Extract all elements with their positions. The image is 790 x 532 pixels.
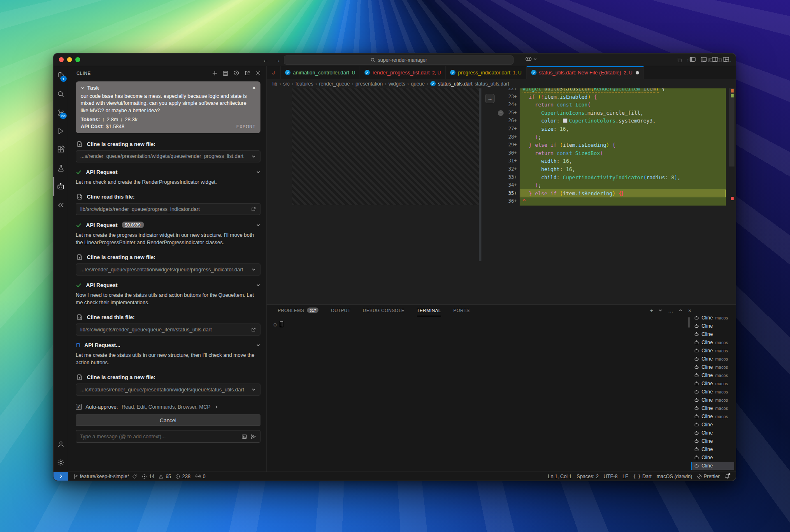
terminal-instance-row[interactable]: Cline macos — [691, 355, 734, 363]
terminal-instance-row[interactable]: Cline macos — [691, 404, 734, 412]
file-path-box[interactable]: lib/src/widgets/render_queue/queue_item/… — [76, 324, 260, 335]
editor-tab[interactable]: render_progress_list.dart 2, U — [360, 66, 446, 79]
cursor-position-status[interactable]: Ln 1, Col 1 — [545, 474, 574, 479]
auto-approve-checkbox[interactable]: ✓ — [76, 404, 82, 410]
open-external-icon[interactable] — [251, 207, 256, 212]
settings-gear-icon[interactable] — [255, 70, 261, 76]
terminal-list-scrollbar[interactable] — [688, 317, 690, 328]
code-line[interactable]: 36+ ^ — [497, 197, 726, 206]
code-line[interactable]: 27+ size: 16, — [497, 125, 726, 133]
mcp-servers-icon[interactable] — [223, 70, 228, 76]
maximize-panel-icon[interactable] — [678, 308, 683, 312]
close-task-icon[interactable]: × — [252, 85, 256, 91]
code-line[interactable]: 32+ height: 16, — [497, 165, 726, 173]
panel-tab[interactable]: OUTPUT — [331, 305, 351, 316]
more-actions-icon[interactable]: … — [727, 57, 732, 63]
encoding-status[interactable]: UTF-8 — [601, 474, 620, 479]
sidebar-item-search[interactable] — [53, 85, 68, 103]
settings-button[interactable] — [53, 453, 68, 472]
problems-status[interactable]: 14 65 238 — [139, 472, 193, 481]
copilot-menu[interactable] — [525, 56, 537, 62]
more-actions-icon[interactable]: … — [668, 308, 673, 314]
map-icon[interactable] — [708, 58, 713, 62]
next-diff-button[interactable]: → — [485, 94, 495, 103]
terminal-instance-row[interactable]: Cline macos — [691, 379, 734, 388]
code-line[interactable]: 22+ Widget buildStatusIcon(RenderQueueIt… — [497, 88, 726, 93]
code-line[interactable]: 30+ return const SizedBox( — [497, 149, 726, 157]
sidebar-item-explorer[interactable]: 1 — [53, 66, 68, 85]
terminal-instance-row[interactable]: Cline — [691, 437, 734, 445]
terminal-dropdown-icon[interactable] — [658, 308, 662, 312]
indentation-status[interactable]: Spaces: 2 — [574, 474, 601, 479]
code-line[interactable]: 23+ if (!item.isEnabled) { — [497, 93, 726, 101]
terminal-instance-row[interactable]: Cline macos — [691, 396, 734, 404]
code-line[interactable]: 29+ } else if (item.isLoading) { — [497, 141, 726, 149]
formatter-status[interactable]: Prettier — [695, 474, 722, 479]
file-path-box[interactable]: ...rc/features/render_queue/presentation… — [76, 384, 260, 396]
ports-status[interactable]: 0 — [193, 472, 208, 481]
chevron-down-icon[interactable] — [256, 343, 260, 347]
minimize-window-button[interactable] — [67, 57, 72, 62]
overview-ruler[interactable] — [729, 88, 734, 304]
breadcrumb-item[interactable]: presentation — [356, 81, 383, 87]
prev-change-icon[interactable]: ↑ — [687, 57, 689, 63]
git-branch-status[interactable]: feature/keep-it-simple* — [71, 472, 139, 481]
new-task-icon[interactable] — [212, 70, 218, 76]
diff-scrollbar[interactable] — [479, 88, 481, 261]
code-line[interactable]: 31+ width: 16, — [497, 157, 726, 165]
panel-tab[interactable]: PORTS — [453, 305, 470, 316]
terminal-instance-row[interactable]: Cline — [691, 445, 734, 453]
file-path-box[interactable]: lib/src/widgets/render_queue/progress_in… — [76, 203, 260, 215]
panel-tab[interactable]: DEBUG CONSOLE — [363, 305, 404, 316]
sidebar-item-run-debug[interactable] — [53, 122, 68, 140]
modified-dot-icon[interactable] — [636, 71, 639, 74]
editor-tab[interactable]: animation_controller.dart U — [281, 66, 360, 79]
terminal-instance-row[interactable]: Cline — [691, 330, 734, 338]
code-line[interactable]: 28+ ); — [497, 133, 726, 141]
terminal-instance-row[interactable]: Cline macos — [691, 388, 734, 396]
send-icon[interactable] — [251, 434, 256, 439]
terminal-instance-row[interactable]: Cline — [691, 453, 734, 462]
api-request-section[interactable]: API Request Let me check and create the … — [76, 169, 260, 190]
zoom-window-button[interactable] — [75, 57, 80, 62]
copy-icon[interactable] — [677, 58, 682, 62]
breadcrumb-item[interactable]: widgets — [388, 81, 405, 87]
nav-back-button[interactable]: ← — [263, 56, 269, 63]
code-line[interactable]: 24+ return const Icon( — [497, 101, 726, 109]
message-input[interactable]: Type a message (@ to add context)... — [76, 430, 260, 443]
breadcrumb-item[interactable]: render_queue — [319, 81, 350, 87]
next-change-icon[interactable]: ↓ — [694, 57, 696, 63]
terminal-instance-row[interactable]: Cline macos — [691, 347, 734, 355]
terminal-instance-row[interactable]: Cline macos — [691, 338, 734, 347]
terminal-view[interactable]: ○ Cline macos — [267, 316, 736, 472]
terminal-instance-row[interactable]: Cline — [691, 421, 734, 429]
language-status[interactable]: { } Dart — [631, 474, 654, 479]
terminal-instance-row[interactable]: Cline — [691, 322, 734, 330]
breadcrumb-item-current[interactable]: status_utils.dart — [430, 81, 472, 87]
terminal-instance-row[interactable]: Cline macos — [691, 316, 734, 322]
split-editor-icon[interactable] — [717, 58, 722, 62]
terminal-instance-row[interactable]: Cline — [691, 429, 734, 437]
chevron-down-icon[interactable] — [256, 283, 260, 287]
collapse-icon[interactable]: − — [498, 110, 504, 116]
code-view[interactable]: 22+ Widget buildStatusIcon(RenderQueueIt… — [497, 88, 726, 209]
notifications-button[interactable] — [722, 474, 732, 479]
breadcrumb-item[interactable]: queue — [411, 81, 425, 87]
terminal-instance-row[interactable]: Cline macos — [691, 363, 734, 371]
os-status[interactable]: macOS (darwin) — [654, 474, 695, 479]
api-request-section[interactable]: API Request... Let me create the status … — [76, 342, 260, 370]
editor-tab[interactable]: progress_indicator.dart 1, U — [446, 66, 526, 79]
open-in-editor-icon[interactable] — [244, 70, 250, 76]
breadcrumb-item[interactable]: features — [295, 81, 313, 87]
terminal-instance-row[interactable]: Cline macos — [691, 371, 734, 379]
remote-indicator[interactable] — [53, 472, 68, 481]
file-path-box[interactable]: ...s/render_queue/presentation/widgets/q… — [76, 150, 260, 162]
panel-tab[interactable]: TERMINAL — [417, 305, 441, 316]
breadcrumb-item[interactable]: src — [283, 81, 290, 87]
open-external-icon[interactable] — [251, 327, 256, 332]
terminal-instance-row[interactable]: Cline macos — [691, 412, 734, 421]
sidebar-item-cline[interactable] — [53, 177, 68, 196]
close-panel-icon[interactable]: × — [688, 308, 691, 314]
chevron-down-icon[interactable] — [256, 223, 260, 227]
chevron-down-icon[interactable] — [81, 86, 85, 90]
